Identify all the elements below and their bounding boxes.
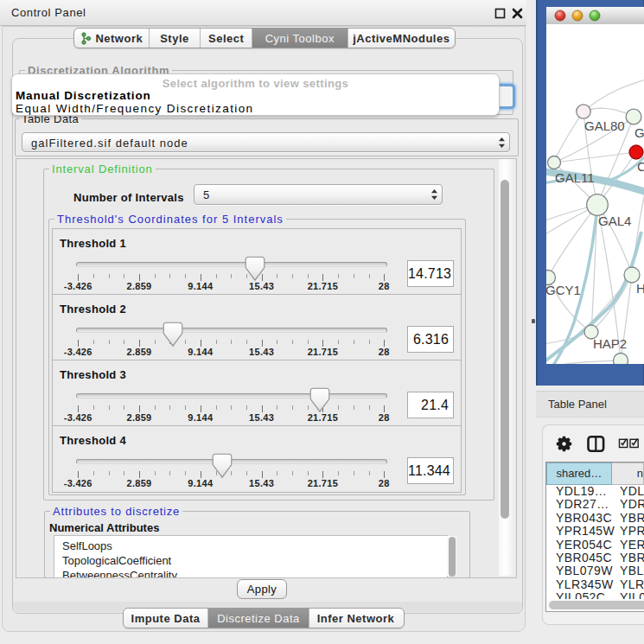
svg-text:GAL4: GAL4 <box>598 214 631 228</box>
svg-text:GAL11: GAL11 <box>555 170 595 185</box>
svg-text:H: H <box>636 281 644 296</box>
svg-text:HAP2: HAP2 <box>593 336 627 351</box>
svg-text:C: C <box>637 159 644 174</box>
svg-text:GAL80: GAL80 <box>584 118 625 133</box>
svg-text:GA: GA <box>634 125 644 140</box>
svg-text:GCY1: GCY1 <box>546 283 581 297</box>
